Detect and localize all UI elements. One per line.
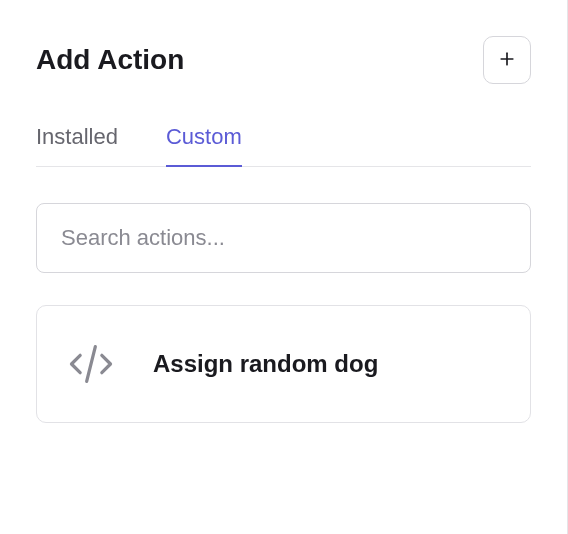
tab-custom[interactable]: Custom [166,124,242,166]
search-input[interactable] [36,203,531,273]
tabs: Installed Custom [36,124,531,167]
add-button[interactable] [483,36,531,84]
panel-header: Add Action [36,36,531,84]
tab-installed[interactable]: Installed [36,124,118,166]
code-icon [65,338,117,390]
action-label: Assign random dog [153,350,378,378]
action-item[interactable]: Assign random dog [36,305,531,423]
plus-icon [497,49,517,72]
add-action-panel: Add Action Installed Custom Assign rando… [0,0,568,534]
svg-line-2 [87,347,96,382]
page-title: Add Action [36,44,184,76]
